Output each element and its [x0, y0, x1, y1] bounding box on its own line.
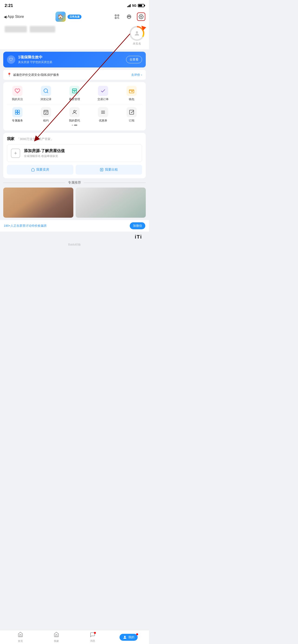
iti-label: iTi [135, 234, 142, 240]
guarantee-btn[interactable]: 去查看 [126, 56, 142, 63]
menu-item-trade[interactable]: 交易订单 [96, 86, 110, 101]
svg-rect-29 [130, 110, 134, 114]
svg-rect-20 [44, 110, 48, 114]
subscribe-label: 订阅 [129, 119, 134, 123]
property-img-1 [3, 188, 73, 218]
settings-button[interactable] [137, 12, 145, 21]
coupon-label: 优惠券 [99, 119, 107, 123]
rating-link-text: 去评价 [131, 73, 140, 77]
profile-section: 未实名 [0, 23, 149, 50]
guarantee-banner[interactable]: 🛡 1项保障生效中 真实房源 守护您的买房交易 去查看 [3, 52, 146, 68]
menu-item-house-view[interactable]: 看房管理 [68, 86, 82, 101]
menu-item-exclusive[interactable]: 专属服务 [11, 107, 24, 123]
svg-rect-17 [18, 110, 20, 112]
battery-icon [138, 4, 144, 7]
featured-divider-right [84, 183, 146, 183]
menu-item-rent-contract[interactable]: 租约 [39, 107, 53, 123]
featured-section: 专属推荐 [3, 180, 146, 218]
my-home-header: 我家 「3000万业主的房产管家」 [7, 136, 142, 142]
guarantee-left: 🛡 1项保障生效中 真实房源 守护您的买房交易 [7, 55, 52, 64]
browse-icon [41, 86, 51, 96]
network-label: 5G [132, 4, 136, 8]
property-card-2[interactable] [76, 188, 146, 218]
location-icon: 📍 [7, 72, 12, 77]
wallet-label: 钱包 [129, 97, 134, 101]
svg-rect-16 [15, 110, 17, 112]
rating-link[interactable]: 去评价 › [131, 73, 142, 77]
attention-icon [12, 86, 23, 96]
menu-item-entrust[interactable]: 我的委托 [68, 107, 82, 123]
menu-item-coupon[interactable]: 优惠券 [96, 107, 110, 123]
svg-point-24 [74, 110, 75, 112]
svg-rect-30 [100, 168, 103, 171]
quick-menu-row2: 专属服务 租约 [3, 107, 146, 123]
page-indicator [3, 124, 146, 126]
exclusive-icon [12, 107, 23, 117]
rating-bar[interactable]: 📍 诚邀您评价交易安全/隐私保护服务 去评价 › [3, 70, 146, 80]
add-house-card[interactable]: + 添加房源-了解房屋估值 全城涨幅排名·收益峰值纵览 [7, 144, 142, 162]
page-dot-active [74, 124, 77, 126]
my-home-subtitle: 「3000万业主的房产管家」 [17, 137, 54, 141]
profile-blurred-name [5, 26, 27, 32]
trade-icon [98, 86, 108, 96]
status-bar: 2:21 5G [0, 0, 149, 10]
menu-item-attention[interactable]: 我的关注 [11, 86, 24, 101]
svg-rect-19 [18, 112, 20, 114]
notification-text: 190+人正在群里讨论特价捡漏房 [4, 224, 47, 228]
property-img-2 [76, 188, 146, 218]
watermark-text: Baidu经验 [68, 243, 81, 246]
svg-rect-0 [115, 15, 117, 16]
rating-arrow-icon: › [141, 73, 142, 76]
rent-contract-label: 租约 [43, 119, 49, 123]
shield-icon: 🛡 [7, 56, 15, 64]
add-wechat-btn[interactable]: 加微信 [130, 222, 145, 229]
sell-btn[interactable]: 我要卖房 [7, 165, 73, 174]
attention-label: 我的关注 [12, 97, 23, 101]
svg-rect-12 [72, 89, 77, 93]
nav-right-icons [113, 12, 145, 21]
avatar-label: 未实名 [133, 42, 141, 46]
svg-point-10 [44, 89, 48, 92]
notification-bar: 190+人正在群里讨论特价捡漏房 加微信 [0, 220, 149, 232]
action-buttons: 我要卖房 我要出租 [7, 165, 142, 174]
rating-left: 📍 诚邀您评价交易安全/隐私保护服务 [7, 72, 59, 77]
add-icon: + [11, 148, 20, 158]
signal-icon [127, 4, 131, 7]
svg-line-11 [47, 92, 48, 93]
profile-right[interactable]: 未实名 [130, 26, 144, 46]
svg-point-31 [101, 169, 102, 170]
scan-button[interactable] [113, 12, 121, 21]
quick-menu-row1: 我的关注 浏览记录 看 [3, 86, 146, 101]
app-icon: 🏠 [56, 12, 66, 22]
back-arrow-icon: ◀ [4, 14, 7, 19]
back-label: App Store [8, 14, 24, 19]
svg-rect-1 [118, 15, 119, 16]
coupon-icon [98, 107, 108, 117]
guarantee-text: 1项保障生效中 真实房源 守护您的买房交易 [18, 55, 52, 64]
svg-point-8 [140, 16, 142, 18]
featured-divider-left [3, 183, 65, 183]
back-button[interactable]: ◀ App Store [4, 14, 24, 19]
rent-btn-label: 我要出租 [105, 168, 118, 172]
service-button[interactable] [125, 12, 133, 21]
menu-item-browse[interactable]: 浏览记录 [39, 86, 53, 101]
subscribe-icon [127, 107, 137, 117]
menu-item-wallet[interactable]: 钱包 [125, 86, 139, 101]
add-house-title: 添加房源-了解房屋估值 [24, 148, 65, 154]
entrust-label: 我的委托 [69, 119, 80, 123]
exclusive-label: 专属服务 [12, 119, 23, 123]
avatar[interactable] [130, 26, 144, 41]
svg-rect-2 [115, 18, 117, 19]
menu-item-subscribe[interactable]: 订阅 [125, 107, 139, 123]
rent-btn[interactable]: 我要出租 [76, 165, 142, 174]
guarantee-subtitle: 真实房源 守护您的买房交易 [18, 60, 52, 64]
svg-rect-18 [15, 112, 17, 114]
app-name: 贝壳岛屋 [68, 14, 82, 19]
guarantee-title: 1项保障生效中 [18, 55, 52, 60]
house-view-label: 看房管理 [69, 97, 80, 101]
property-card-1[interactable] [3, 188, 73, 218]
browse-label: 浏览记录 [40, 97, 52, 101]
featured-header: 专属推荐 [3, 180, 146, 185]
sell-btn-label: 我要卖房 [36, 168, 49, 172]
add-house-text: 添加房源-了解房屋估值 全城涨幅排名·收益峰值纵览 [24, 148, 65, 158]
